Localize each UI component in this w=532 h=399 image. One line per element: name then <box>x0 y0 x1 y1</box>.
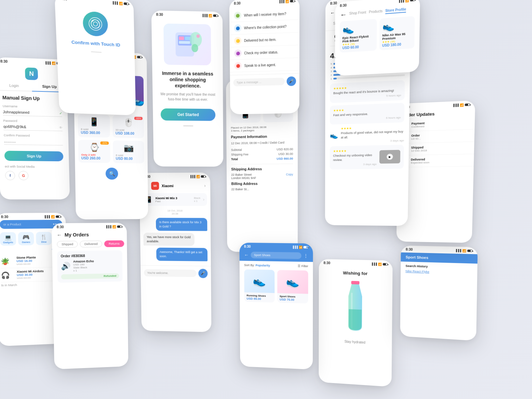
battery-chat2 <box>201 175 205 178</box>
shoe-card-1[interactable]: 👟 Sport Shoes USD 75.00 <box>277 270 308 304</box>
dine-icon: 🍴 <box>40 234 48 240</box>
wifi-nike: 📶 <box>405 0 409 2</box>
phone-chat2: 8:30 ▐▐▐ 📶 ← MI Xiaomi › 📱 Xiaomi Mi Mix… <box>139 173 211 332</box>
shoes-filter-button[interactable]: ☰ Filter <box>298 264 308 268</box>
battery-support <box>290 0 295 2</box>
phone-wellness: 8:30 ▐▐▐ 📶 Wishing for <box>319 259 392 387</box>
review-0: ★★★★★ Bought the react and it's bounce i… <box>330 80 405 103</box>
chat2-order-card[interactable]: 📱 Xiaomi Mi Mix 3 Paid Black x 1 › <box>143 193 207 206</box>
google-button[interactable]: G <box>18 171 28 180</box>
chat2-product-color: Black x 1 <box>194 197 200 202</box>
battery-order-right <box>465 103 470 106</box>
gadgets-label: Gadgets <box>3 241 13 243</box>
shoe-card-0[interactable]: 👟 Running Shoes USD 89.00 <box>244 269 275 303</box>
cat-games[interactable]: 🎮 Games <box>18 232 34 246</box>
sport-shoes-right-title: Sport Shoes <box>406 255 472 261</box>
password-input[interactable]: qo68%@9k& 👁 <box>3 123 63 131</box>
nike-tab-profile[interactable]: Store Profile <box>385 7 406 14</box>
tab-login[interactable]: Login <box>0 80 32 91</box>
get-started-button[interactable]: Get Started <box>161 108 216 121</box>
tab-returns[interactable]: Returns <box>104 240 124 247</box>
product-card-0[interactable]: 📱 8 sold USD 360.00 <box>78 114 110 138</box>
product-card-1[interactable]: -66% 🖱️ 33 sold USD 108.00 <box>112 115 144 138</box>
time-support: 8:30 <box>234 1 240 5</box>
product-card-3[interactable]: 📷 6 sold USD 80.00 <box>113 140 144 163</box>
search-button[interactable]: 🔍 <box>105 168 118 180</box>
support-avatar-2: 🟡 <box>234 37 241 45</box>
product-card-2[interactable]: -30% ⌚ Only 2 left! USD 260.00 <box>78 140 110 163</box>
search-history-item-0[interactable]: Nike React Flyke <box>406 269 472 275</box>
support-avatar-0: 🟢 <box>234 12 241 19</box>
review-with-product: 👟 ★★★★ Products of good value, did not r… <box>330 125 404 144</box>
phone-my-orders: 8:30 ▐▐▐ 📶 ← My Orders Shipped Delivered… <box>52 223 128 369</box>
phone-touch-id: 8:30 ▐▐▐ 📶 Confirm with Touch ID <box>55 0 136 115</box>
signup-button[interactable]: Sign Up <box>4 151 64 161</box>
chat2-chevron-icon: › <box>203 197 204 202</box>
copy-button[interactable]: Copy <box>286 173 293 176</box>
shoes-search-bar[interactable]: Sport Shoes <box>251 252 302 259</box>
status-bar-chat2: 8:30 ▐▐▐ 📶 <box>139 173 210 180</box>
my-orders-back-button[interactable]: ← <box>57 232 62 237</box>
status-bar-shoes: 8:30 ▐▐▐ 📶 <box>239 243 313 251</box>
home-product-old-1: USD 60.00 <box>17 276 44 280</box>
support-mic-button[interactable]: 🎤 <box>287 76 296 86</box>
signal-support: ▐▐▐ <box>279 0 284 3</box>
support-item-3[interactable]: 🟣 Check my order status. <box>230 45 300 60</box>
order-right-item-3[interactable]: ✅ Delivered Expected soon <box>397 154 474 167</box>
time-nike: 8:30 <box>340 3 346 8</box>
message-container: 18 Oct, 201820:38 Is there available sto… <box>140 209 211 263</box>
order-right-info-2: Shipped 12 Dec 2018 <box>411 145 469 152</box>
support-input[interactable]: Type a message ... <box>233 78 285 86</box>
review-text-3: Checkout my unboxing video review. <box>333 153 377 162</box>
facebook-button[interactable]: f <box>5 171 15 180</box>
support-item-4[interactable]: 🔴 Speak to a live agent. <box>230 58 299 72</box>
nike-tab-products[interactable]: Products <box>369 9 382 15</box>
status-bar-myorders: 8:30 ▐▐▐ 📶 <box>52 223 127 230</box>
svg-point-1 <box>91 20 100 29</box>
filter-icon: ☰ <box>298 264 300 268</box>
nike-tab-shop[interactable]: Shop Front <box>349 10 366 17</box>
order-right-item-2[interactable]: 📦 Shipped 12 Dec 2018 <box>397 142 474 156</box>
home-product-img-0: 🪴 <box>1 257 14 265</box>
tab-shipped[interactable]: Shipped <box>57 241 78 248</box>
search-row: 🔍 <box>75 165 148 182</box>
cat-gadgets[interactable]: 💻 Gadgets <box>0 232 16 246</box>
username-input[interactable]: Johnappleseed ✓ <box>3 108 62 117</box>
gadgets-icon: 💻 <box>4 234 12 240</box>
address-line2: London MG91 9AF <box>231 176 256 180</box>
cat-dine[interactable]: 🍴 Dine <box>36 232 52 245</box>
order-right-item-1[interactable]: 🏠 Order LD ID... <box>398 129 475 144</box>
shoes-menu-icon[interactable]: ⋮ <box>304 253 308 258</box>
shoes-sort-value: Popularity <box>255 264 270 267</box>
store-back-button[interactable]: ← <box>330 10 335 16</box>
confirm-input[interactable]: ........... <box>4 138 63 146</box>
support-avatar-3: 🟣 <box>234 50 242 57</box>
home-indicator-onboard <box>183 125 193 126</box>
dot-1 <box>53 223 55 225</box>
message-input[interactable]: You're welcome. <box>144 269 197 277</box>
shoes-back-button[interactable]: ← <box>244 252 249 258</box>
shipping-address-title: Shipping Address <box>227 167 298 173</box>
time-login: 8:30 <box>0 60 8 64</box>
order-right-info-0: Payment Confirmed <box>411 120 469 128</box>
product-price-3: USD 80.00 <box>116 157 141 161</box>
mic-button[interactable]: 🎤 <box>199 269 208 278</box>
bottle-svg <box>341 279 369 333</box>
nike-product-1[interactable]: 👟 Nike Air Max 95 Premium ★★★ (38) USD 1… <box>379 16 415 50</box>
review-video-thumbnail[interactable]: ▶ <box>379 150 400 164</box>
nike-back-button[interactable]: ← <box>340 11 346 19</box>
my-orders-title: My Orders <box>65 232 89 238</box>
address-line1: 22 Baker Street <box>231 173 256 176</box>
games-icon: 🎮 <box>22 234 30 240</box>
product-grid: 📱 8 sold USD 360.00 -66% 🖱️ 33 sold USD … <box>74 114 148 166</box>
tab-delivered[interactable]: Delivered <box>80 240 102 247</box>
touch-body: Confirm with Touch ID <box>55 2 135 62</box>
play-button[interactable]: ▶ <box>387 154 393 160</box>
nike-product-0[interactable]: 👟 Epic React Flyknit Pink Bikast ★★★ (38… <box>340 19 377 53</box>
bottle-illustration <box>341 279 369 337</box>
phone-support: 8:30 ▐▐▐ 📶 🟢 When will I receive my item… <box>229 0 299 114</box>
home-product-info-0: Stone Plante USD 16.00 USD 30.00 <box>16 256 36 266</box>
shoe-img-1: 👟 <box>277 270 308 294</box>
discount-badge-2: -30% <box>100 141 109 144</box>
fingerprint-button[interactable] <box>82 11 108 37</box>
